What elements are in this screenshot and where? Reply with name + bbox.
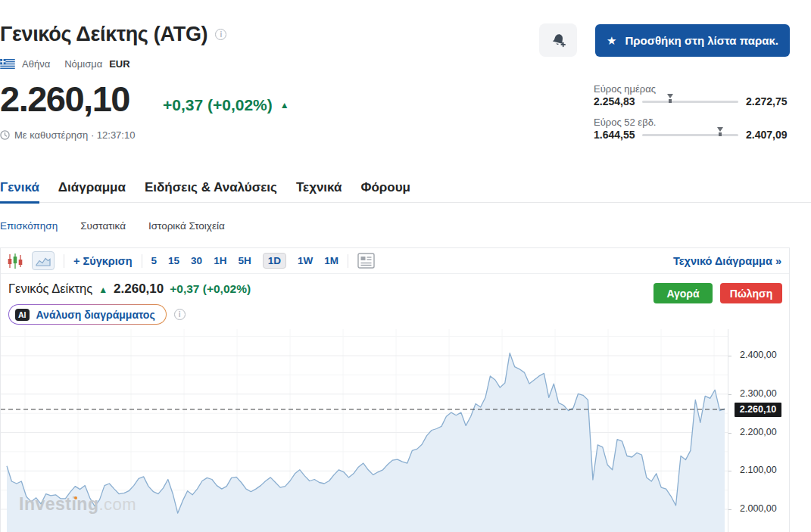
technical-chart-link[interactable]: Τεχνικό Διάγραμμα » xyxy=(673,255,781,267)
interval-5[interactable]: 5 xyxy=(151,255,158,266)
week52-range-high: 2.407,09 xyxy=(746,129,788,141)
sub-tabs: Επισκόπηση Συστατικά Ιστορικά Στοιχεία xyxy=(0,220,225,232)
interval-15[interactable]: 15 xyxy=(168,255,179,266)
subtab-overview[interactable]: Επισκόπηση xyxy=(0,220,58,232)
axis-tick xyxy=(728,509,731,510)
day-range-slider xyxy=(642,101,738,103)
chart-instrument-name: Γενικός Δείκτης xyxy=(8,282,92,296)
chart-widget: + Σύγκριση 5 15 30 1H 5H 1D 1W 1M Τεχνικ… xyxy=(0,247,790,532)
interval-1d[interactable]: 1D xyxy=(263,253,286,269)
ai-analysis-row: AI Ανάλυση διαγράμματος i xyxy=(8,304,186,325)
instrument-meta: Αθήνα Νόμισμα EUR xyxy=(0,58,130,70)
interval-selector: 5 15 30 1H 5H 1D 1W 1M xyxy=(151,253,338,269)
axis-tick xyxy=(728,471,731,471)
tab-chart[interactable]: Διάγραμμα xyxy=(58,180,126,202)
area-chart-icon[interactable] xyxy=(32,251,55,270)
tab-general[interactable]: Γενικά xyxy=(0,180,39,202)
week52-range-low: 1.644,55 xyxy=(594,129,635,141)
add-to-watchlist-button[interactable]: ★ Προσθήκη στη λίστα παρακ. xyxy=(595,24,790,57)
week52-range-label: Εύρος 52 εβδ. xyxy=(594,117,656,128)
sell-button[interactable]: Πώληση xyxy=(720,283,782,303)
subtab-components[interactable]: Συστατικά xyxy=(80,220,126,232)
currency-value: EUR xyxy=(109,58,129,70)
last-price: 2.260,10 xyxy=(0,78,129,120)
price-axis: 2.260,10 2.400,002.300,002.200,002.100,0… xyxy=(728,329,789,532)
chart-toolbar: + Σύγκριση 5 15 30 1H 5H 1D 1W 1M Τεχνικ… xyxy=(1,248,789,274)
day-range-label: Εύρος ημέρας xyxy=(594,83,656,95)
clock-icon xyxy=(0,130,10,140)
ai-icon: AI xyxy=(15,309,30,321)
compare-button[interactable]: + Σύγκριση xyxy=(73,255,133,267)
tab-news-analysis[interactable]: Ειδήσεις & Αναλύσεις xyxy=(145,180,277,202)
bell-plus-icon xyxy=(551,33,566,48)
delayed-quote-row: Με καθυστέρηση · 12:37:10 xyxy=(0,129,135,141)
interval-1m[interactable]: 1M xyxy=(324,255,338,266)
delayed-text: Με καθυστέρηση · 12:37:10 xyxy=(14,129,135,141)
interval-1h[interactable]: 1H xyxy=(214,255,226,266)
chart-quote-row: Γενικός Δείκτης ▲ 2.260,10 +0,37 (+0,02%… xyxy=(8,282,251,297)
interval-5h[interactable]: 5H xyxy=(238,255,251,266)
info-icon[interactable]: i xyxy=(174,309,186,320)
axis-tick xyxy=(728,394,731,395)
greece-flag-icon xyxy=(0,59,15,69)
week52-range-slider xyxy=(642,134,738,136)
info-icon[interactable]: i xyxy=(215,29,226,40)
chart-price-change: +0,37 (+0,02%) xyxy=(170,282,251,296)
toolbar-separator xyxy=(64,254,64,268)
price-chart-plot[interactable]: Investing.com xyxy=(1,329,728,532)
instrument-header: Γενικός Δείκτης (ATG) i xyxy=(0,23,226,46)
ai-analysis-label: Ανάλυση διαγράμματος xyxy=(36,309,155,321)
axis-tick-label: 2.200,00 xyxy=(740,427,777,437)
axis-tick-label: 2.400,00 xyxy=(740,350,777,360)
watchlist-button-label: Προσθήκη στη λίστα παρακ. xyxy=(625,34,778,47)
toolbar-separator xyxy=(348,254,348,268)
subtab-historical-data[interactable]: Ιστορικά Στοιχεία xyxy=(148,220,225,232)
page-title: Γενικός Δείκτης (ATG) xyxy=(0,23,207,46)
axis-tick-label: 2.300,00 xyxy=(740,388,777,399)
axis-tick xyxy=(728,433,731,434)
ai-chart-analysis-button[interactable]: AI Ανάλυση διαγράμματος xyxy=(8,304,167,325)
price-change-value: +0,37 (+0,02%) xyxy=(163,96,273,114)
axis-tick xyxy=(728,356,731,356)
exchange-label: Αθήνα xyxy=(22,58,50,70)
interval-1w[interactable]: 1W xyxy=(298,255,313,266)
day-range-marker xyxy=(667,94,673,103)
week52-range-marker xyxy=(717,127,723,136)
create-alert-button[interactable] xyxy=(539,23,577,57)
star-icon: ★ xyxy=(607,35,616,46)
tab-technical[interactable]: Τεχνικά xyxy=(296,180,342,202)
last-price-axis-badge: 2.260,10 xyxy=(735,403,781,417)
up-arrow-icon: ▲ xyxy=(98,285,108,295)
day-range-low: 2.254,83 xyxy=(594,95,635,107)
axis-tick-label: 2.000,00 xyxy=(740,503,777,514)
watermark-orange-dot xyxy=(74,496,77,499)
interval-30[interactable]: 30 xyxy=(191,255,202,266)
toolbar-separator xyxy=(142,254,142,268)
tab-forum[interactable]: Φόρουμ xyxy=(360,180,410,202)
buy-button[interactable]: Αγορά xyxy=(653,283,713,303)
investing-watermark: Investing.com xyxy=(19,494,136,515)
day-range-high: 2.272,75 xyxy=(746,95,788,107)
chart-last-price: 2.260,10 xyxy=(114,282,164,297)
chart-layout-icon[interactable] xyxy=(357,253,375,269)
axis-tick-label: 2.100,00 xyxy=(740,465,777,475)
main-tabs: Γενικά Διάγραμμα Ειδήσεις & Αναλύσεις Τε… xyxy=(0,180,811,203)
up-triangle-icon: ▲ xyxy=(280,101,289,110)
candlestick-chart-icon[interactable] xyxy=(7,253,23,269)
currency-label: Νόμισμα xyxy=(64,58,102,70)
price-change: +0,37 (+0,02%) ▲ xyxy=(163,96,289,114)
